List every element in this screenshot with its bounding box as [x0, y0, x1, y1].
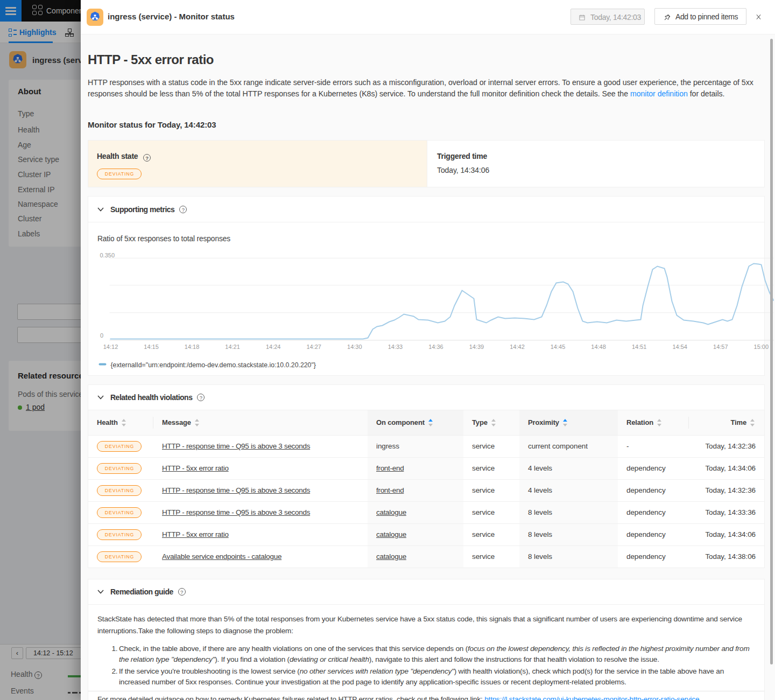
svg-text:0.350: 0.350	[100, 252, 115, 258]
svg-text:14:12: 14:12	[103, 344, 118, 350]
svg-text:15:00: 15:00	[754, 344, 769, 350]
svg-text:14:39: 14:39	[469, 344, 484, 350]
svg-text:14:21: 14:21	[225, 344, 240, 350]
svg-text:0: 0	[100, 332, 103, 339]
svg-text:14:33: 14:33	[388, 344, 403, 350]
svg-text:14:36: 14:36	[428, 344, 443, 350]
svg-text:14:18: 14:18	[185, 344, 200, 350]
svg-text:14:27: 14:27	[306, 344, 321, 350]
svg-text:14:45: 14:45	[551, 344, 566, 350]
svg-text:{externalId="urn:endpoint:/dem: {externalId="urn:endpoint:/demo-dev.demo…	[111, 361, 316, 369]
svg-text:14:48: 14:48	[591, 344, 606, 350]
svg-text:14:57: 14:57	[713, 344, 728, 350]
svg-text:14:54: 14:54	[672, 344, 687, 350]
svg-text:14:15: 14:15	[144, 344, 159, 350]
svg-text:14:30: 14:30	[347, 344, 362, 350]
svg-text:14:42: 14:42	[510, 344, 525, 350]
svg-text:14:51: 14:51	[632, 344, 647, 350]
svg-text:14:24: 14:24	[266, 344, 281, 350]
